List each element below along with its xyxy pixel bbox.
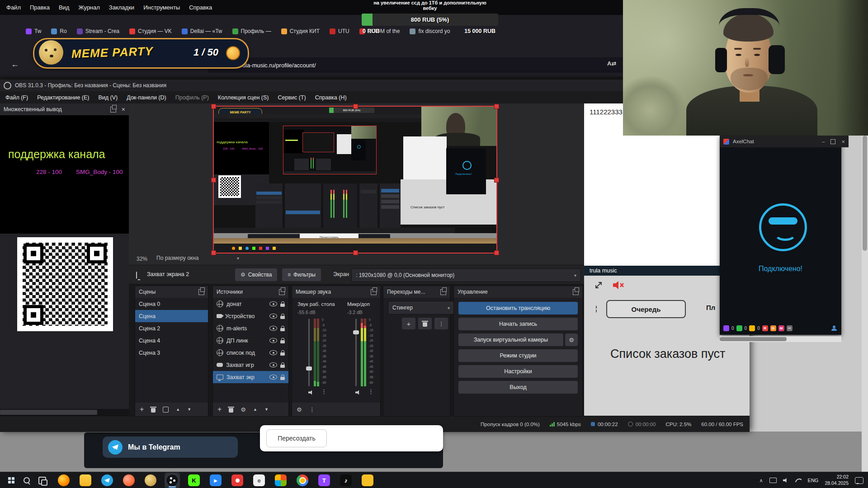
obs-menu-profile[interactable]: Профиль (P) (171, 93, 213, 102)
taskbar-store-icon[interactable] (273, 473, 288, 488)
properties-button[interactable]: ⚙ Свойства (235, 268, 277, 281)
menu-bookmarks[interactable]: Закладки (104, 3, 139, 12)
search-button[interactable] (19, 473, 34, 488)
multiview-hscrollbar-thumb[interactable] (0, 410, 97, 415)
lock-icon[interactable] (280, 365, 285, 368)
move-up-icon[interactable]: ▲ (176, 407, 180, 412)
eye-icon[interactable] (596, 305, 597, 313)
minimize-icon[interactable]: – (822, 139, 825, 144)
lock-icon[interactable] (280, 328, 285, 331)
tray-language[interactable]: ENG (808, 478, 819, 483)
transform-handle[interactable] (211, 250, 216, 255)
menu-history[interactable]: Журнал (74, 3, 104, 12)
stop-stream-button[interactable]: Остановить трансляцию (458, 302, 578, 314)
tab-playlist[interactable]: Пл (706, 304, 715, 311)
translate-icon[interactable]: A⇄ (607, 60, 616, 67)
move-down-icon[interactable]: ▼ (187, 407, 191, 412)
page-scrollbar-thumb[interactable] (863, 136, 867, 251)
taskbar-coin-icon[interactable] (143, 473, 158, 488)
transform-handle[interactable] (494, 104, 499, 109)
taskbar-browser2-icon[interactable] (121, 473, 137, 488)
studio-mode-button[interactable]: Режим студии (458, 349, 578, 362)
volume-slider[interactable] (355, 319, 357, 386)
fit-mode-select[interactable]: По размеру окна (156, 255, 198, 261)
kebab-menu-icon[interactable]: ⋮ (368, 388, 374, 395)
youtube-icon[interactable]: R (762, 325, 768, 331)
bookmark-item[interactable]: Профиль — (228, 27, 275, 36)
taskbar-firefox-icon[interactable] (56, 473, 71, 488)
source-item[interactable]: список под (213, 347, 288, 359)
popout-icon[interactable] (198, 289, 204, 295)
eye-icon[interactable] (269, 362, 277, 367)
transform-handle[interactable] (494, 250, 499, 255)
eye-icon[interactable] (269, 314, 277, 319)
taskbar-explorer-icon[interactable] (78, 473, 93, 488)
scene-item[interactable]: Сцена 2 (135, 322, 208, 334)
gear-icon[interactable]: ⚙ (297, 406, 302, 413)
trash-icon[interactable] (151, 408, 156, 413)
virtual-cam-settings-button[interactable]: ⚙ (565, 333, 578, 346)
taskbar-white-app-icon[interactable]: e (251, 473, 267, 488)
chat-hscrollbar[interactable] (720, 336, 841, 342)
settings-button[interactable]: Настройки (458, 365, 578, 378)
muted-speaker-icon[interactable] (612, 280, 625, 291)
eye-icon[interactable] (269, 326, 277, 331)
tray-clock[interactable]: 22:02 28.04.2025 (825, 474, 849, 486)
add-transition-button[interactable]: + (402, 318, 415, 329)
menu-edit[interactable]: Правка (25, 3, 54, 12)
task-view-button[interactable] (34, 473, 50, 488)
scene-item[interactable]: Сцена 3 (135, 347, 208, 359)
transition-select[interactable]: Стингер ▾ (388, 301, 454, 314)
transition-props-button[interactable]: ⋮ (434, 318, 448, 329)
kebab-menu-icon[interactable]: ⋮ (321, 388, 327, 395)
bookmark-item[interactable]: fix discord yo (406, 27, 454, 36)
bookmark-item[interactable]: Ro (47, 27, 71, 36)
popout-icon[interactable] (371, 289, 377, 295)
tray-network-icon[interactable] (795, 479, 802, 482)
scene-item[interactable]: Сцена 4 (135, 334, 208, 347)
transform-handle[interactable] (353, 104, 358, 109)
bookmark-item[interactable]: Студия КИТ (277, 27, 324, 36)
screen-select[interactable]: : 868x488 @ 0,0 (Основной монитор) ▾ (351, 268, 581, 282)
multiview-hscrollbar[interactable] (0, 409, 129, 416)
taskbar-kick-icon[interactable]: K (186, 473, 202, 488)
speaker-icon[interactable] (308, 390, 314, 395)
obs-menu-tools[interactable]: Сервис (T) (273, 93, 310, 102)
remove-transition-button[interactable] (418, 318, 432, 329)
speaker-icon[interactable] (355, 390, 361, 395)
transform-handle[interactable] (211, 178, 216, 183)
bookmark-item[interactable]: Stream - Crea (73, 27, 123, 36)
taskbar-vkplay-icon[interactable]: ▶ (208, 473, 223, 488)
transform-handle[interactable] (353, 250, 358, 255)
close-icon[interactable]: × (841, 138, 845, 145)
volume-slider-handle[interactable] (353, 330, 359, 334)
bookmark-item[interactable]: Студия — VK (125, 27, 176, 36)
taskbar-red-app-icon[interactable] (230, 473, 245, 488)
start-record-button[interactable]: Начать запись (458, 318, 578, 330)
scene-item-selected[interactable]: Сцена (135, 310, 208, 322)
menu-view[interactable]: Вид (54, 3, 74, 12)
move-down-icon[interactable]: ▼ (264, 407, 269, 412)
platform-icon[interactable]: M (778, 325, 784, 331)
source-item[interactable]: ДП линк (213, 334, 288, 347)
tab-queue[interactable]: Очередь (606, 300, 686, 318)
platform-icon[interactable] (749, 325, 755, 331)
menu-file[interactable]: Файл (2, 3, 25, 12)
kick-icon[interactable] (736, 325, 742, 331)
lock-icon[interactable] (280, 316, 285, 319)
link-icon[interactable]: ∞ (787, 325, 793, 331)
popout-icon[interactable] (440, 289, 446, 295)
move-up-icon[interactable]: ▲ (253, 407, 257, 412)
popout-icon[interactable] (110, 107, 116, 113)
popout-icon[interactable] (279, 289, 285, 295)
preview-canvas[interactable]: MEME PARTY 800 RUB (5%) поддержка канала… (213, 106, 497, 253)
twitch-icon[interactable] (723, 325, 729, 331)
eye-icon[interactable] (269, 350, 277, 355)
obs-menu-file[interactable]: Файл (F) (1, 93, 33, 102)
add-icon[interactable]: + (140, 405, 144, 413)
telegram-button[interactable]: Мы в Telegram (103, 436, 238, 458)
lock-icon[interactable] (280, 340, 285, 343)
axelchat-titlebar[interactable]: AxelChat – × (720, 136, 849, 147)
taskbar-telegram-icon[interactable] (99, 473, 115, 488)
expand-icon[interactable] (594, 281, 603, 290)
